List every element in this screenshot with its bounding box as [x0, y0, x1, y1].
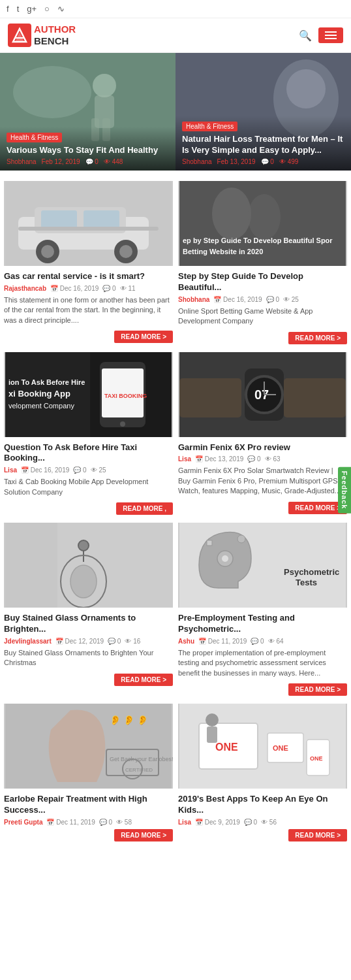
article-meta-taxi-booking: Lisa 📅 Dec 16, 2019 💬 0 👁 25 [4, 466, 173, 474]
read-more-link-taxi-booking[interactable]: READ MORE , [116, 502, 173, 515]
article-author-earlobe-repair: Preeti Gupta [4, 819, 42, 826]
svg-point-54 [222, 555, 228, 562]
article-image-psychometric[interactable]: Psychometric Tests [178, 523, 347, 608]
menu-button[interactable] [318, 27, 343, 43]
article-desc-car-rental: This statement in one form or another ha… [4, 295, 173, 325]
read-more-garmin-fenix[interactable]: READ MORE > [178, 502, 347, 514]
article-meta-stained-glass: Jdevlinglassart 📅 Dec 12, 2019 💬 0 👁 16 [4, 638, 173, 645]
read-more-best-apps-kids[interactable]: READ MORE > [178, 829, 347, 841]
article-title-car-rental[interactable]: Gas car rental service - is it smart? [4, 271, 173, 282]
article-author-best-apps-kids: Lisa [178, 819, 191, 826]
article-meta-earlobe-repair: Preeti Gupta 📅 Dec 11, 2019 💬 0 👁 58 [4, 819, 173, 826]
article-title-earlobe-repair[interactable]: Earlobe Repair Treatment with High Succe… [4, 794, 173, 816]
svg-point-11 [286, 69, 326, 108]
hero-item-left[interactable]: Health & Fitness Various Ways To Stay Fi… [0, 53, 176, 171]
article-meta-car-rental: Rajasthancab 📅 Dec 16, 2019 💬 0 👁 11 [4, 285, 173, 292]
article-author-stained-glass: Jdevlinglassart [4, 638, 52, 645]
svg-text:ONE: ONE [215, 742, 238, 753]
article-title-sport-betting[interactable]: Step by Step Guide To Develop Beautiful.… [178, 271, 347, 293]
read-more-earlobe-repair[interactable]: READ MORE > [4, 829, 173, 841]
svg-rect-15 [41, 210, 77, 229]
svg-text:velopment Company: velopment Company [8, 402, 74, 410]
hero-section: Health & Fitness Various Ways To Stay Fi… [0, 53, 351, 171]
article-comments-sport-betting: 💬 0 [266, 296, 279, 303]
svg-rect-56 [207, 540, 212, 546]
read-more-link-earlobe-repair[interactable]: READ MORE > [114, 829, 173, 841]
article-date-car-rental: 📅 Dec 16, 2019 [50, 285, 99, 292]
read-more-link-car-rental[interactable]: READ MORE > [114, 331, 173, 343]
article-title-stained-glass[interactable]: Buy Stained Glass Ornaments to Brighten.… [4, 613, 173, 635]
article-desc-stained-glass: Buy Stained Glass Ornaments to Brighten … [4, 648, 173, 668]
article-title-psychometric[interactable]: Pre-Employment Testing and Psychometric.… [178, 613, 347, 635]
article-image-best-apps-kids[interactable]: ONE ONE ONE [178, 704, 347, 789]
read-more-link-sport-betting[interactable]: READ MORE > [288, 332, 347, 344]
read-more-stained-glass[interactable]: READ MORE > [4, 674, 173, 686]
article-grid: Gas car rental service - is it smart?Raj… [0, 181, 351, 841]
facebook-icon[interactable]: f [7, 4, 9, 14]
instagram-icon[interactable]: ○ [44, 4, 50, 14]
hero-right-meta: Shobhana Feb 13, 2019 💬 0 👁 499 [182, 158, 344, 165]
article-image-garmin-fenix[interactable]: 07 [178, 352, 347, 437]
article-image-taxi-booking[interactable]: ion To Ask Before Hire xi Booking App ve… [4, 352, 173, 437]
article-image-sport-betting[interactable]: ep by Step Guide To Develop Beautiful Sp… [178, 181, 347, 266]
twitter-icon[interactable]: t [17, 4, 20, 14]
article-desc-garmin-fenix: Garmin Fenix 6X Pro Solar Smartwatch Rev… [178, 466, 347, 496]
svg-text:ONE: ONE [273, 744, 288, 752]
article-image-car-rental[interactable] [4, 181, 173, 266]
svg-text:Psychometric: Psychometric [284, 567, 339, 577]
svg-rect-21 [18, 227, 159, 231]
search-icon[interactable]: 🔍 [299, 29, 312, 42]
read-more-sport-betting[interactable]: READ MORE > [178, 332, 347, 344]
read-more-car-rental[interactable]: READ MORE > [4, 331, 173, 343]
article-title-taxi-booking[interactable]: Question To Ask Before Hire Taxi Booking… [4, 442, 173, 465]
read-more-taxi-booking[interactable]: READ MORE , [4, 502, 173, 515]
svg-text:Get Back your Earlobes!: Get Back your Earlobes! [110, 756, 173, 762]
svg-point-18 [41, 245, 54, 258]
article-comments-psychometric: 💬 0 [251, 638, 264, 645]
article-card-best-apps-kids: ONE ONE ONE 2019's Best Apps To Keep An … [178, 704, 347, 841]
article-desc-taxi-booking: Taxi & Cab Booking Mobile App Developmen… [4, 477, 173, 497]
hero-right-title: Natural Hair Loss Treatment for Men – It… [182, 134, 344, 156]
hero-right-overlay: Health & Fitness Natural Hair Loss Treat… [176, 116, 351, 171]
article-comments-stained-glass: 💬 0 [108, 638, 121, 645]
article-card-sport-betting: ep by Step Guide To Develop Beautiful Sp… [178, 181, 347, 344]
article-desc-sport-betting: Online Sport Betting Game Website & App … [178, 306, 347, 327]
article-date-taxi-booking: 📅 Dec 16, 2019 [21, 466, 69, 474]
feedback-tab[interactable]: Feedback [338, 467, 351, 514]
read-more-link-psychometric[interactable]: READ MORE > [288, 683, 347, 696]
article-meta-psychometric: Ashu 📅 Dec 11, 2019 💬 0 👁 64 [178, 638, 347, 645]
article-author-psychometric: Ashu [178, 638, 194, 645]
article-date-earlobe-repair: 📅 Dec 11, 2019 [46, 819, 95, 826]
article-image-stained-glass[interactable] [4, 523, 173, 608]
article-card-psychometric: Psychometric Tests Pre-Employment Testin… [178, 523, 347, 696]
article-author-sport-betting: Shobhana [178, 296, 209, 303]
svg-rect-71 [207, 727, 217, 743]
article-author-garmin-fenix: Lisa [178, 455, 191, 463]
article-title-best-apps-kids[interactable]: 2019's Best Apps To Keep An Eye On Kids.… [178, 794, 347, 816]
hero-left-category: Health & Fitness [7, 133, 62, 142]
article-meta-sport-betting: Shobhana 📅 Dec 16, 2019 💬 0 👁 25 [178, 296, 347, 303]
svg-point-25 [212, 188, 251, 240]
article-date-sport-betting: 📅 Dec 16, 2019 [213, 296, 262, 303]
logo-text: AUTHOR BENCH [34, 24, 76, 47]
article-comments-garmin-fenix: 💬 0 [247, 455, 260, 463]
rss-icon[interactable]: ∿ [57, 4, 65, 14]
article-title-garmin-fenix[interactable]: Garmin Fenix 6X Pro review [178, 442, 347, 453]
article-comments-taxi-booking: 💬 0 [73, 466, 86, 474]
article-meta-garmin-fenix: Lisa 📅 Dec 13, 2019 💬 0 👁 63 [178, 455, 347, 463]
article-views-best-apps-kids: 👁 56 [261, 819, 277, 826]
hero-item-right[interactable]: Health & Fitness Natural Hair Loss Treat… [176, 53, 351, 171]
article-date-garmin-fenix: 📅 Dec 13, 2019 [195, 455, 243, 463]
svg-text:xi Booking App: xi Booking App [8, 389, 70, 399]
googleplus-icon[interactable]: g+ [27, 4, 37, 14]
article-author-car-rental: Rajasthancab [4, 285, 46, 292]
read-more-link-best-apps-kids[interactable]: READ MORE > [288, 829, 347, 841]
article-image-earlobe-repair[interactable]: 👂 👂 👂 Get Back your Earlobes! CERTIFIED [4, 704, 173, 789]
svg-point-20 [119, 245, 132, 258]
article-card-earlobe-repair: 👂 👂 👂 Get Back your Earlobes! CERTIFIED … [4, 704, 173, 841]
read-more-link-stained-glass[interactable]: READ MORE > [114, 674, 173, 686]
read-more-psychometric[interactable]: READ MORE > [178, 683, 347, 696]
logo[interactable]: AUTHOR BENCH [8, 24, 76, 47]
article-comments-car-rental: 💬 0 [102, 285, 115, 292]
svg-point-48 [70, 565, 97, 598]
